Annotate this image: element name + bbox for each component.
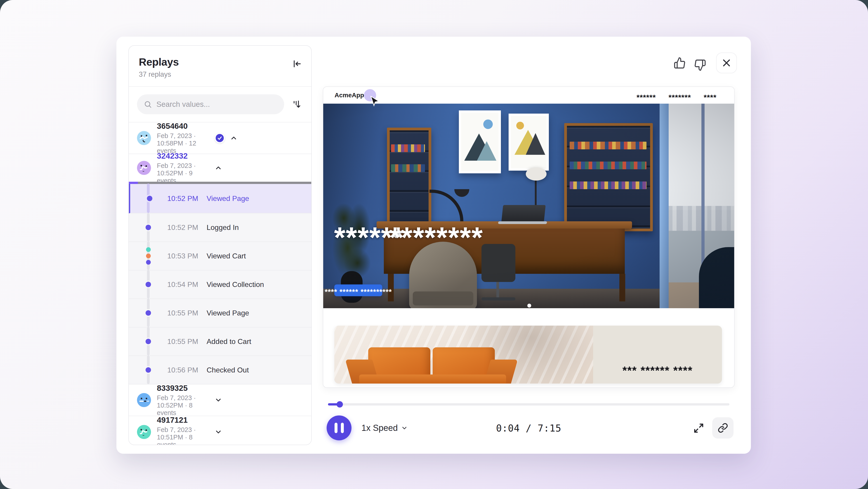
sort-button[interactable]	[289, 96, 305, 112]
replay-count: 37 replays	[139, 70, 302, 79]
event-dot	[146, 310, 151, 316]
replays-sidebar: Replays 37 replays	[128, 45, 312, 445]
session-id: 3654640	[157, 122, 209, 131]
event-name: Viewed Page	[207, 194, 249, 203]
avatar	[137, 161, 151, 175]
event-time: 10:54 PM	[167, 280, 204, 289]
masked-product-text: *** ****** ****	[593, 368, 722, 373]
sort-descending-icon	[291, 99, 302, 109]
thumbs-down-icon	[694, 59, 706, 71]
event-dot	[146, 282, 151, 287]
carousel-dot[interactable]	[527, 304, 531, 308]
event-time: 10:53 PM	[167, 252, 204, 260]
event-time: 10:56 PM	[167, 366, 204, 374]
event-row-viewed-page-2[interactable]: 10:55 PM Viewed Page	[129, 299, 311, 327]
hero-cta-button[interactable]: **** ****** **********	[334, 284, 382, 296]
replayed-site-nav: ****** ******* ****	[637, 87, 717, 104]
masked-nav-item: *******	[669, 95, 691, 99]
search-field[interactable]	[137, 94, 284, 114]
page-title: Replays	[139, 56, 302, 68]
event-name: Viewed Page	[207, 309, 249, 317]
fullscreen-button[interactable]	[692, 422, 705, 434]
session-id: 4917121	[157, 415, 209, 425]
collapse-sidebar-button[interactable]	[290, 57, 303, 70]
event-name: Logged In	[207, 223, 239, 232]
total-duration: 7:15	[537, 423, 561, 434]
event-row-logged-in[interactable]: 10:52 PM Logged In	[129, 213, 311, 242]
session-meta: Feb 7, 2023 · 10:52PM · 9 events	[157, 162, 209, 184]
link-icon	[718, 423, 728, 433]
replay-viewport: AcmeApp ****** ******* ****	[323, 86, 735, 388]
progress-played	[129, 182, 138, 184]
thumbs-up-button[interactable]	[673, 56, 686, 70]
copy-link-button[interactable]	[712, 417, 734, 438]
product-card: *** ****** ****	[334, 326, 722, 383]
session-meta: Feb 7, 2023 · 10:51PM · 8 events	[157, 426, 209, 444]
event-name: Added to Cart	[207, 337, 251, 346]
event-time: 10:55 PM	[167, 337, 204, 346]
search-input[interactable]	[156, 100, 277, 109]
session-id: 3242332	[157, 151, 209, 161]
session-row-4917121[interactable]: 4917121 Feb 7, 2023 · 10:51PM · 8 events	[129, 416, 311, 444]
event-row-viewed-cart[interactable]: 10:53 PM Viewed Cart	[129, 242, 311, 270]
event-name: Viewed Collection	[207, 280, 264, 289]
replay-modal: Replays 37 replays	[116, 37, 751, 454]
playback-time: 0:04 / 7:15	[323, 423, 735, 434]
event-name: Viewed Cart	[207, 252, 246, 260]
avatar	[137, 393, 151, 407]
event-dot	[146, 367, 151, 373]
close-icon	[721, 58, 732, 68]
expand-icon	[693, 423, 704, 434]
event-dot	[146, 225, 151, 230]
event-dot	[147, 196, 152, 201]
masked-nav-item: ****	[704, 95, 717, 99]
event-time: 10:55 PM	[167, 309, 204, 317]
avatar	[137, 131, 151, 145]
thumbs-up-icon	[674, 57, 686, 69]
avatar	[137, 425, 151, 439]
event-row-viewed-collection[interactable]: 10:54 PM Viewed Collection	[129, 270, 311, 299]
event-time: 10:52 PM	[167, 223, 204, 232]
collapse-left-icon	[291, 59, 302, 69]
chevron-up-icon[interactable]	[215, 164, 222, 172]
replayed-site-appbar: AcmeApp ****** ******* ****	[323, 87, 734, 104]
sidebar-header: Replays 37 replays	[129, 46, 311, 87]
event-dot-stack	[146, 247, 151, 265]
current-time: 0:04	[496, 423, 520, 434]
seek-bar[interactable]	[328, 403, 730, 405]
search-icon	[144, 100, 152, 108]
event-row-viewed-page[interactable]: 10:52 PM Viewed Page	[129, 184, 311, 213]
event-time: 10:52 PM	[167, 194, 204, 203]
replay-hero-image: ****** ****** **** **** **** ****** ****…	[323, 104, 735, 308]
app-page: Replays 37 replays	[0, 0, 868, 489]
event-dot	[146, 339, 151, 344]
masked-headline-line2: **** ****	[334, 227, 436, 248]
session-meta: Feb 7, 2023 · 10:52PM · 8 events	[157, 394, 209, 416]
session-id: 8339325	[157, 383, 209, 393]
product-photo	[334, 326, 593, 383]
chevron-down-icon[interactable]	[215, 428, 222, 436]
time-separator: /	[526, 423, 532, 434]
masked-cta-label: **** ****** **********	[324, 290, 392, 293]
cursor-icon	[370, 96, 380, 107]
search-row	[129, 87, 311, 122]
masked-nav-item: ******	[637, 95, 656, 99]
session-list: 3654640 Feb 7, 2023 · 10:58PM · 12 event…	[129, 122, 311, 444]
replayed-site-logo: AcmeApp	[335, 92, 364, 99]
thumbs-down-button[interactable]	[693, 58, 707, 72]
close-button[interactable]	[716, 53, 737, 73]
seek-thumb[interactable]	[337, 401, 343, 407]
session-row-3242332[interactable]: 3242332 Feb 7, 2023 · 10:52PM · 9 events	[129, 154, 311, 182]
